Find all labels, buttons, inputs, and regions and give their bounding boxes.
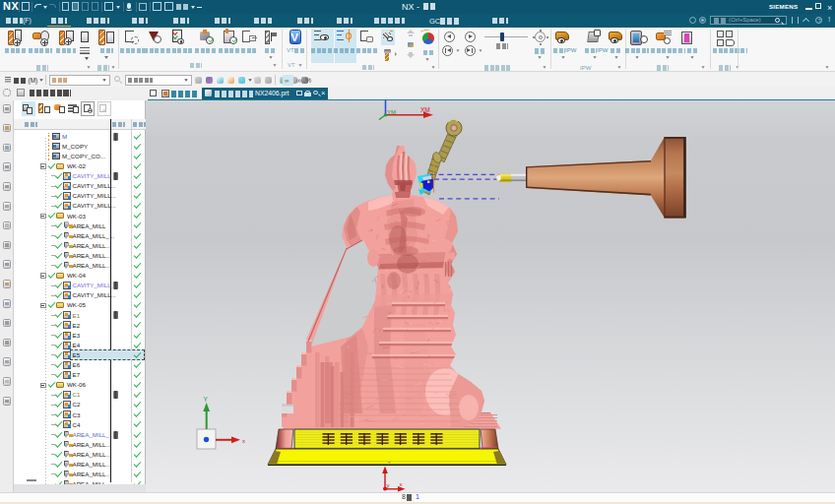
svg-text:z: z (388, 460, 391, 466)
svg-text:x: x (400, 481, 403, 487)
svg-text:y: y (387, 482, 390, 488)
svg-text:Y: Y (204, 396, 209, 403)
svg-text:x: x (242, 438, 245, 444)
svg-text:YM: YM (387, 109, 396, 115)
svg-text:XM: XM (420, 106, 430, 113)
